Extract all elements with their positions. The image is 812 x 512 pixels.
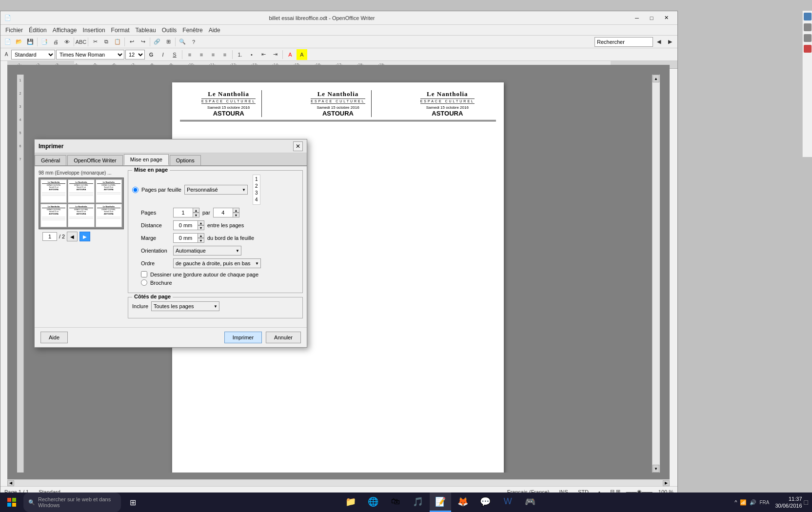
- tab-mise-en-page[interactable]: Mise en page: [124, 154, 169, 165]
- tb-italic[interactable]: I: [158, 49, 168, 60]
- dialog-close-btn[interactable]: ✕: [293, 141, 303, 151]
- tb-font-color[interactable]: A: [285, 49, 296, 60]
- tb-cut[interactable]: ✂: [90, 37, 100, 47]
- lo-minimize-btn[interactable]: ─: [630, 13, 644, 23]
- distance-value-input[interactable]: [173, 220, 198, 230]
- menu-tableau[interactable]: Tableau: [133, 26, 159, 35]
- style-select[interactable]: Standard: [11, 50, 55, 59]
- tb-bold[interactable]: G: [146, 49, 157, 60]
- horizontal-scrollbar[interactable]: ◀ ▶: [7, 479, 670, 486]
- taskbar-app-messenger[interactable]: 💬: [475, 492, 496, 512]
- tb-align-justify[interactable]: ≡: [219, 49, 230, 60]
- tb-list-bullet[interactable]: •: [246, 49, 257, 60]
- tb-list-num[interactable]: 1.: [235, 49, 245, 60]
- taskbar-app-edge[interactable]: 🌐: [362, 492, 384, 512]
- taskbar-time[interactable]: 11:37 30/06/2016: [775, 495, 802, 510]
- taskbar-volume[interactable]: 🔊: [750, 499, 756, 506]
- tb-paste[interactable]: 📋: [112, 37, 123, 47]
- menu-edition[interactable]: Édition: [26, 26, 50, 35]
- tb-search-next[interactable]: ▶: [665, 37, 675, 47]
- pages-par-feuille-select[interactable]: Personnalisé 1 2 4: [184, 185, 248, 195]
- scroll-left-btn[interactable]: ◀: [7, 480, 14, 486]
- tb-print[interactable]: 🖨: [50, 37, 61, 47]
- taskbar-app-explorer[interactable]: 📁: [340, 492, 361, 512]
- lo-close-btn[interactable]: ✕: [659, 13, 673, 23]
- taskbar-app-store[interactable]: 🛍: [385, 492, 406, 512]
- scroll-up-btn[interactable]: ▲: [653, 75, 659, 82]
- tb-indent-less[interactable]: ⇤: [258, 49, 269, 60]
- orientation-select[interactable]: Automatique Portrait Paysage: [173, 246, 241, 256]
- taskbar-app-writer[interactable]: 📝: [430, 492, 451, 512]
- tb-undo[interactable]: ↩: [126, 37, 137, 47]
- distance-up-btn[interactable]: ▲: [198, 220, 204, 225]
- menu-outils[interactable]: Outils: [159, 26, 180, 35]
- par-value-input[interactable]: [213, 208, 233, 217]
- vertical-scrollbar[interactable]: ▲ ▼: [652, 75, 660, 473]
- scroll-right-btn[interactable]: ▶: [663, 480, 670, 486]
- tb-hyperlink[interactable]: 🔗: [152, 37, 162, 47]
- tab-options[interactable]: Options: [170, 155, 201, 165]
- tb-indent-more[interactable]: ⇥: [270, 49, 280, 60]
- search-input[interactable]: [594, 37, 653, 47]
- imprimer-button[interactable]: Imprimer: [224, 332, 262, 343]
- menu-insertion[interactable]: Insertion: [80, 26, 108, 35]
- aide-button[interactable]: Aide: [40, 332, 68, 343]
- tb-table[interactable]: ⊞: [163, 37, 174, 47]
- taskbar-app-firefox[interactable]: 🦊: [452, 492, 474, 512]
- pages-up-btn[interactable]: ▲: [193, 208, 199, 213]
- marge-value-input[interactable]: [173, 233, 198, 243]
- tb-pdf[interactable]: 📑: [39, 37, 50, 47]
- task-view-btn[interactable]: ⊞: [123, 492, 142, 512]
- page-nav-input[interactable]: [42, 232, 57, 241]
- pages-value-input[interactable]: [173, 208, 193, 217]
- marge-up-btn[interactable]: ▲: [198, 233, 204, 238]
- tb-search-prev[interactable]: ◀: [654, 37, 664, 47]
- par-up-btn[interactable]: ▲: [233, 208, 239, 213]
- nav-next-btn[interactable]: ▶: [79, 232, 90, 241]
- taskbar-app-word[interactable]: W: [497, 492, 518, 512]
- bordure-checkbox[interactable]: [141, 271, 147, 277]
- search-button[interactable]: 🔍 Rechercher sur le web et dans Windows: [23, 492, 121, 512]
- inclure-select[interactable]: Toutes les pages Pages recto Pages verso: [151, 301, 219, 311]
- start-button[interactable]: [2, 492, 21, 512]
- tb-open[interactable]: 📂: [14, 37, 24, 47]
- menu-affichage[interactable]: Affichage: [50, 26, 80, 35]
- taskbar-app-music[interactable]: 🎵: [407, 492, 429, 512]
- right-panel-icon1[interactable]: [804, 13, 812, 20]
- menu-fichier[interactable]: Fichier: [2, 26, 26, 35]
- tb-copy[interactable]: ⧉: [101, 37, 112, 47]
- ordre-select[interactable]: de gauche à droite, puis en bas de haut …: [173, 258, 261, 268]
- tb-new[interactable]: 📄: [2, 37, 13, 47]
- tb-underline[interactable]: S: [169, 49, 180, 60]
- tb-preview[interactable]: 👁: [61, 37, 72, 47]
- distance-down-btn[interactable]: ▼: [198, 225, 204, 230]
- right-panel-icon2[interactable]: [804, 23, 812, 31]
- tb-redo[interactable]: ↪: [138, 37, 148, 47]
- notification-btn[interactable]: □: [804, 498, 808, 506]
- tb-style-icon[interactable]: A: [2, 51, 10, 59]
- annuler-button[interactable]: Annuler: [266, 332, 301, 343]
- right-panel-icon3[interactable]: [804, 34, 812, 42]
- tab-openoffice[interactable]: OpenOffice Writer: [67, 155, 123, 165]
- taskbar-app-game[interactable]: 🎮: [519, 492, 541, 512]
- font-select[interactable]: Times New Roman: [56, 50, 124, 59]
- taskbar-network[interactable]: 📶: [740, 499, 747, 506]
- lo-maximize-btn[interactable]: □: [644, 13, 659, 23]
- scroll-down-btn[interactable]: ▼: [653, 465, 659, 473]
- right-panel-icon4[interactable]: [804, 45, 812, 53]
- tb-help[interactable]: ?: [188, 37, 199, 47]
- marge-down-btn[interactable]: ▼: [198, 238, 204, 243]
- menu-format[interactable]: Format: [108, 26, 133, 35]
- tab-general[interactable]: Général: [35, 155, 66, 165]
- font-size-select[interactable]: 12: [125, 50, 145, 59]
- nav-prev-btn[interactable]: ◀: [67, 232, 78, 241]
- tb-align-right[interactable]: ≡: [208, 49, 218, 60]
- par-down-btn[interactable]: ▼: [233, 213, 239, 217]
- tb-save[interactable]: 💾: [25, 37, 36, 47]
- brochure-radio[interactable]: [141, 279, 147, 286]
- tb-zoom-in[interactable]: 🔍: [177, 37, 188, 47]
- tb-spell[interactable]: ABC: [76, 37, 86, 47]
- menu-aide[interactable]: Aide: [206, 26, 223, 35]
- tb-align-center[interactable]: ≡: [196, 49, 207, 60]
- pages-down-btn[interactable]: ▼: [193, 213, 199, 217]
